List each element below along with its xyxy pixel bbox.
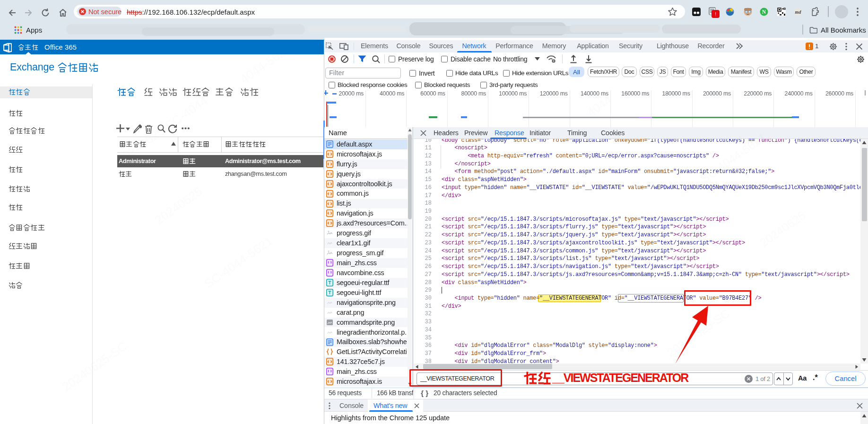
svg-text:!: ! [715, 11, 716, 17]
svg-text:N: N [762, 9, 766, 15]
svg-text:md: md [795, 9, 802, 15]
